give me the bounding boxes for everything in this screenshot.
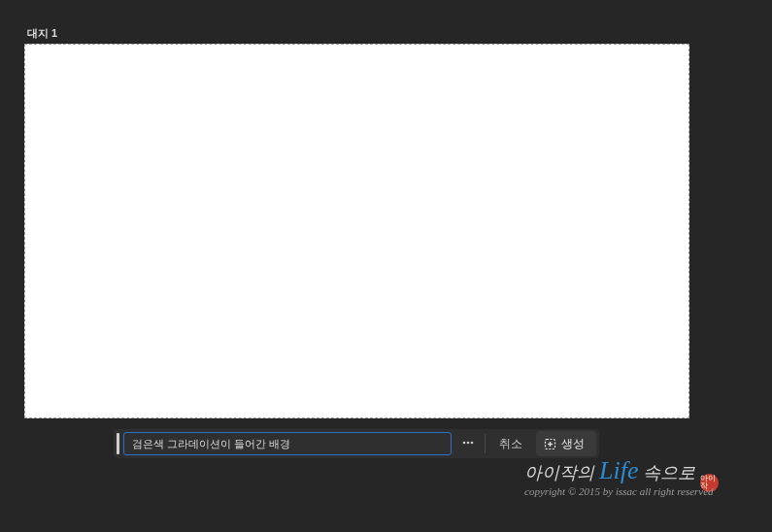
svg-point-2 [471, 441, 474, 444]
artboard-label: 대지 1 [27, 26, 57, 41]
prompt-bar: 취소 생성 [114, 429, 599, 458]
artboard-canvas[interactable] [24, 44, 689, 418]
divider [485, 434, 486, 453]
prompt-input[interactable] [123, 432, 452, 455]
prompt-accent [117, 433, 119, 454]
copyright-text: copyright © 2015 by issac all right rese… [524, 485, 714, 497]
signature-text-1: 아이작의 [524, 461, 594, 484]
svg-point-0 [463, 441, 466, 444]
generate-label: 생성 [561, 436, 585, 452]
more-options-button[interactable] [455, 431, 481, 456]
svg-point-1 [467, 441, 470, 444]
ellipsis-icon [461, 436, 475, 452]
signature-text-2: Life [599, 456, 638, 485]
generate-button[interactable]: 생성 [536, 431, 596, 456]
signature-text-3: 속으로 [643, 461, 695, 484]
generate-icon [544, 438, 556, 450]
cancel-button[interactable]: 취소 [489, 431, 532, 456]
